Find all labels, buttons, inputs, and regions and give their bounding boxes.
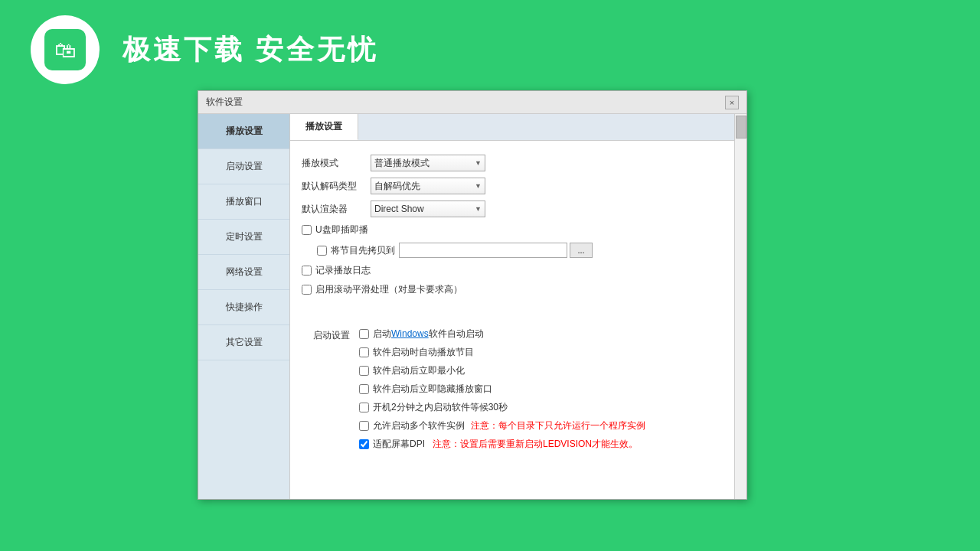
log-checkbox[interactable] [302,266,312,276]
adapt-dpi-checkbox[interactable] [359,439,369,449]
win-startup-label: 启动Windows软件自动启动 [373,328,484,341]
dialog-body: 播放设置 启动设置 播放窗口 定时设置 网络设置 快捷操作 其它设置 播放设置 … [198,114,746,499]
dialog-titlebar: 软件设置 × [198,91,746,114]
decoder-value: 自解码优先 [374,180,420,193]
windows-link: Windows [391,328,429,339]
adapt-dpi-label: 适配屏幕DPI [373,438,425,451]
copy-to-row: 将节目先拷贝到 ... [302,243,723,258]
win-startup-row: 启动Windows软件自动启动 [359,328,711,341]
logo-icon: 🛍 [54,37,76,63]
playmode-row: 播放模式 普通播放模式 ▼ [302,155,723,171]
tab-playback-settings[interactable]: 播放设置 [290,114,358,140]
delay-start-checkbox[interactable] [359,403,369,412]
log-row: 记录播放日志 [302,264,723,277]
sidebar-item-other[interactable]: 其它设置 [198,325,289,360]
content-area: 播放设置 播放模式 普通播放模式 ▼ 默认解码类型 [290,114,734,499]
startup-options: 启动Windows软件自动启动 软件启动时自动播放节目 [359,328,711,456]
decoder-row: 默认解码类型 自解码优先 ▼ [302,178,723,194]
copy-path-input[interactable] [399,243,567,258]
header-tagline: 极速下载 安全无忧 [122,31,378,69]
smooth-label: 启用滚动平滑处理（对显卡要求高） [315,283,462,296]
renderer-arrow-icon: ▼ [475,205,482,213]
top-tabs: 播放设置 [290,114,734,141]
playmode-value: 普通播放模式 [374,157,430,170]
startup-section-label: 启动设置 [313,328,359,342]
usb-autoplay-label: U盘即插即播 [315,223,368,236]
scrollbar-thumb[interactable] [736,116,746,139]
sidebar-item-timer[interactable]: 定时设置 [198,220,289,255]
adapt-dpi-row: 适配屏幕DPI 注意：设置后需要重新启动LEDVISION才能生效。 [359,438,711,451]
copy-to-checkbox[interactable] [317,246,327,256]
decoder-label: 默认解码类型 [302,180,371,193]
playmode-label: 播放模式 [302,157,371,170]
multi-instance-warning: 注意：每个目录下只允许运行一个程序实例 [471,419,645,432]
decoder-select[interactable]: 自解码优先 ▼ [371,178,485,194]
multi-instance-row: 允许启动多个软件实例 注意：每个目录下只允许运行一个程序实例 [359,419,711,432]
scrollbar-track[interactable] [734,114,746,499]
minimize-label: 软件启动后立即最小化 [373,364,465,377]
minimize-row: 软件启动后立即最小化 [359,364,711,377]
minimize-checkbox[interactable] [359,366,369,376]
playmode-arrow-icon: ▼ [475,159,482,167]
hide-window-label: 软件启动后立即隐藏播放窗口 [373,383,492,396]
smooth-row: 启用滚动平滑处理（对显卡要求高） [302,283,723,296]
copy-to-label: 将节目先拷贝到 [331,244,395,257]
auto-play-row: 软件启动时自动播放节目 [359,346,711,359]
main-content: 播放模式 普通播放模式 ▼ 默认解码类型 自解码优先 ▼ [290,141,734,476]
usb-autoplay-checkbox[interactable] [302,225,312,235]
decoder-arrow-icon: ▼ [475,182,482,190]
spacer [302,308,723,320]
sidebar-item-playback[interactable]: 播放设置 [198,114,289,149]
startup-section: 启动设置 启动Windows软件自动启动 [302,320,723,468]
logo-inner: 🛍 [44,29,86,70]
renderer-label: 默认渲染器 [302,203,371,216]
delay-start-row: 开机2分钟之内启动软件等候30秒 [359,401,711,414]
logo-circle: 🛍 [31,15,100,84]
playmode-select[interactable]: 普通播放模式 ▼ [371,155,485,171]
startup-header-row: 启动设置 启动Windows软件自动启动 [313,328,711,456]
sidebar-item-startup[interactable]: 启动设置 [198,149,289,184]
log-label: 记录播放日志 [315,264,371,277]
renderer-row: 默认渲染器 Direct Show ▼ [302,201,723,217]
sidebar-item-window[interactable]: 播放窗口 [198,184,289,220]
dialog-title: 软件设置 [206,96,243,109]
auto-play-label: 软件启动时自动播放节目 [373,346,474,359]
close-button[interactable]: × [725,96,739,109]
usb-autoplay-row: U盘即插即播 [302,223,723,236]
sidebar-item-shortcuts[interactable]: 快捷操作 [198,290,289,325]
app-header: 🛍 极速下载 安全无忧 [0,0,980,99]
browse-button[interactable]: ... [570,243,593,258]
playback-settings-area: 播放模式 普通播放模式 ▼ 默认解码类型 自解码优先 ▼ [302,148,723,308]
win-startup-checkbox[interactable] [359,329,369,339]
sidebar: 播放设置 启动设置 播放窗口 定时设置 网络设置 快捷操作 其它设置 [198,114,290,499]
renderer-value: Direct Show [374,204,424,214]
adapt-dpi-notice: 注意：设置后需要重新启动LEDVISION才能生效。 [433,438,638,451]
hide-window-row: 软件启动后立即隐藏播放窗口 [359,383,711,396]
smooth-checkbox[interactable] [302,285,312,295]
multi-instance-checkbox[interactable] [359,421,369,431]
settings-dialog: 软件设置 × 播放设置 启动设置 播放窗口 定时设置 网络设置 快捷操作 其它设… [198,90,747,500]
delay-start-label: 开机2分钟之内启动软件等候30秒 [373,401,508,414]
hide-window-checkbox[interactable] [359,384,369,394]
multi-instance-label: 允许启动多个软件实例 [373,419,465,432]
auto-play-checkbox[interactable] [359,347,369,357]
sidebar-item-network[interactable]: 网络设置 [198,255,289,290]
renderer-select[interactable]: Direct Show ▼ [371,201,485,217]
